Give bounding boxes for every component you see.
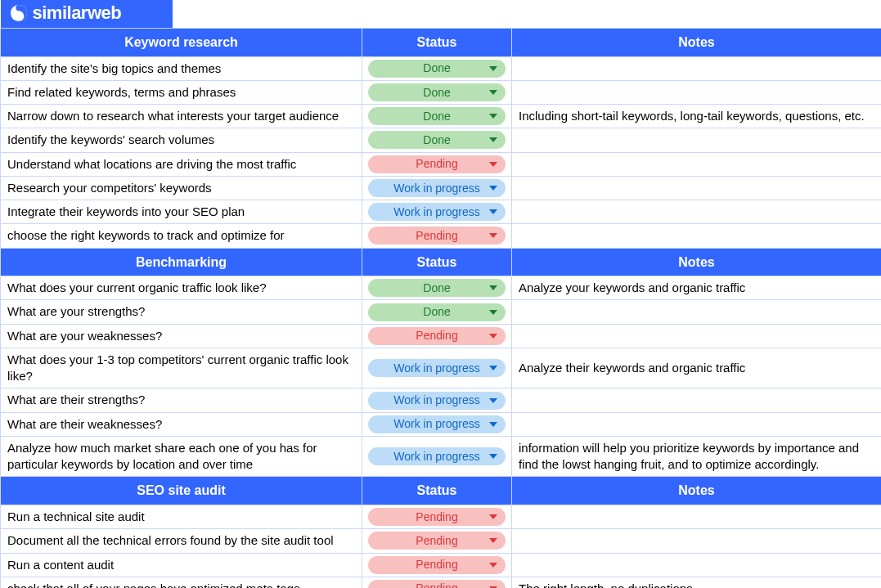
table-row: Understand what locations are driving th… — [1, 152, 882, 176]
table-row: What does your current organic traffic l… — [1, 276, 882, 300]
status-label: Work in progress — [393, 393, 480, 408]
table-row: Identify the keywords' search volumesDon… — [1, 128, 882, 152]
status-header: Status — [362, 477, 512, 505]
status-header: Status — [362, 29, 512, 57]
task-cell: Integrate their keywords into your SEO p… — [1, 200, 362, 224]
notes-cell — [512, 553, 882, 577]
status-dropdown[interactable]: Work in progress — [368, 415, 506, 433]
table-row: What are your weaknesses?Pending — [1, 324, 882, 348]
status-cell: Done — [362, 276, 512, 300]
status-label: Done — [423, 132, 450, 148]
status-label: Pending — [416, 228, 457, 244]
task-cell: What are their strengths? — [1, 388, 362, 412]
task-cell: Narrow down to research what interests y… — [1, 105, 362, 128]
status-dropdown[interactable]: Pending — [368, 227, 506, 245]
status-label: Work in progress — [393, 416, 480, 432]
task-cell: Document all the technical errors found … — [1, 529, 362, 553]
status-dropdown[interactable]: Done — [368, 279, 506, 297]
task-cell: Find related keywords, terms and phrases — [1, 80, 362, 104]
table-row: What are their weaknesses?Work in progre… — [1, 412, 882, 436]
notes-cell — [512, 224, 882, 248]
status-label: Work in progress — [393, 204, 480, 220]
status-cell: Done — [362, 80, 512, 104]
task-cell: Understand what locations are driving th… — [1, 152, 362, 176]
chevron-down-icon — [489, 514, 497, 519]
status-label: Pending — [416, 557, 457, 572]
status-label: Pending — [416, 509, 457, 525]
status-cell: Pending — [362, 152, 512, 176]
status-label: Pending — [416, 156, 457, 172]
status-cell: Pending — [362, 553, 512, 577]
status-dropdown[interactable]: Pending — [368, 556, 506, 574]
notes-cell — [512, 176, 882, 200]
notes-cell: information will help you prioritize key… — [512, 436, 882, 477]
task-cell: Research your competitors' keywords — [1, 176, 362, 200]
status-dropdown[interactable]: Work in progress — [368, 359, 506, 377]
table-row: choose the right keywords to track and o… — [1, 224, 882, 248]
status-cell: Work in progress — [362, 436, 512, 477]
chevron-down-icon — [489, 90, 497, 95]
notes-cell — [512, 529, 882, 553]
chevron-down-icon — [489, 366, 497, 370]
chevron-down-icon — [489, 285, 497, 290]
notes-cell: Including short-tail keywords, long-tail… — [512, 105, 882, 128]
checklist-table: similarweb Keyword researchStatusNotesId… — [0, 0, 881, 588]
status-dropdown[interactable]: Pending — [368, 508, 506, 526]
section-title: Keyword research — [1, 29, 362, 57]
status-label: Done — [423, 85, 450, 101]
status-dropdown[interactable]: Done — [368, 303, 506, 321]
status-cell: Done — [362, 105, 512, 128]
task-cell: What does your 1-3 top competitors' curr… — [1, 348, 362, 388]
status-cell: Pending — [362, 529, 512, 553]
status-dropdown[interactable]: Done — [368, 60, 506, 78]
chevron-down-icon — [489, 162, 497, 167]
status-dropdown[interactable]: Done — [368, 107, 506, 125]
status-dropdown[interactable]: Pending — [368, 155, 506, 173]
status-dropdown[interactable]: Work in progress — [368, 179, 506, 197]
task-cell: What are your strengths? — [1, 300, 362, 324]
notes-cell: The right length, no duplications — [512, 577, 882, 588]
status-dropdown[interactable]: Done — [368, 131, 506, 149]
status-cell: Pending — [362, 577, 512, 588]
status-header: Status — [362, 248, 512, 276]
notes-cell — [512, 324, 882, 348]
chevron-down-icon — [489, 563, 497, 568]
notes-cell — [512, 56, 882, 80]
chevron-down-icon — [489, 422, 497, 427]
task-cell: What are their weaknesses? — [1, 412, 362, 436]
notes-cell — [512, 200, 882, 224]
status-dropdown[interactable]: Pending — [368, 327, 506, 345]
table-row: Research your competitors' keywordsWork … — [1, 176, 882, 200]
status-label: Pending — [416, 533, 457, 549]
status-dropdown[interactable]: Pending — [368, 580, 506, 588]
task-cell: Run a content audit — [1, 553, 362, 577]
status-dropdown[interactable]: Work in progress — [368, 447, 506, 465]
status-dropdown[interactable]: Done — [368, 83, 506, 101]
task-cell: Analyze how much market share each one o… — [1, 436, 362, 477]
status-dropdown[interactable]: Pending — [368, 532, 506, 550]
task-cell: choose the right keywords to track and o… — [1, 224, 362, 248]
table-row: What are their strengths?Work in progres… — [1, 388, 882, 412]
status-cell: Work in progress — [362, 348, 512, 388]
brand-text: similarweb — [33, 4, 122, 22]
status-cell: Work in progress — [362, 200, 512, 224]
chevron-down-icon — [489, 137, 497, 142]
chevron-down-icon — [489, 233, 497, 238]
status-label: Pending — [416, 328, 457, 343]
notes-cell — [512, 388, 882, 412]
status-label: Done — [423, 109, 450, 124]
notes-cell: Analyze your keywords and organic traffi… — [512, 276, 882, 300]
chevron-down-icon — [489, 398, 497, 403]
status-dropdown[interactable]: Work in progress — [368, 392, 506, 410]
task-cell: Identify the keywords' search volumes — [1, 128, 362, 152]
chevron-down-icon — [489, 114, 497, 119]
notes-cell — [512, 505, 882, 529]
status-dropdown[interactable]: Work in progress — [368, 203, 506, 221]
status-label: Pending — [416, 581, 457, 588]
status-label: Done — [423, 61, 450, 76]
brand-logo: similarweb — [1, 0, 173, 28]
table-row: Find related keywords, terms and phrases… — [1, 80, 882, 104]
status-label: Done — [423, 304, 450, 320]
section-header-row: Keyword researchStatusNotes — [1, 29, 882, 57]
section-header-row: BenchmarkingStatusNotes — [1, 248, 882, 276]
